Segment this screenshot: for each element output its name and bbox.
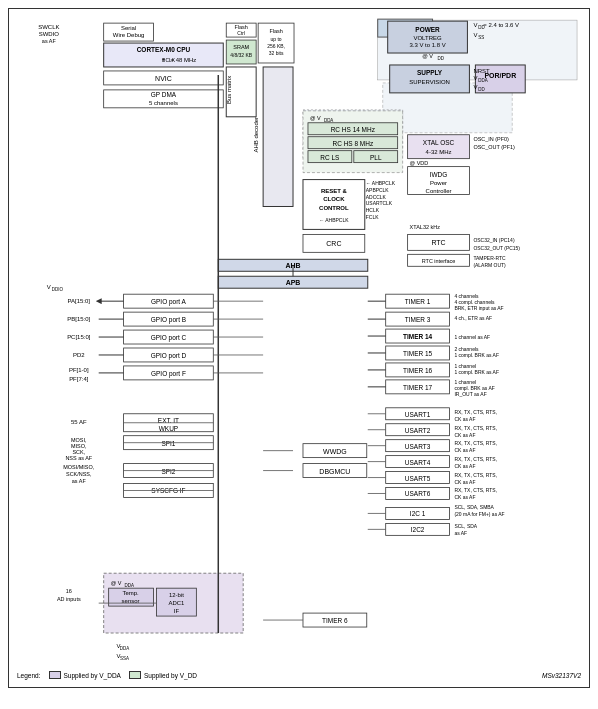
svg-text:MISO,: MISO, <box>71 443 87 449</box>
svg-text:SSA: SSA <box>120 656 129 661</box>
svg-text:MOSI,: MOSI, <box>71 437 87 443</box>
svg-rect-141 <box>386 424 450 436</box>
svg-text:Wire Debug: Wire Debug <box>113 32 145 38</box>
svg-text:PC[15:0]: PC[15:0] <box>67 334 91 340</box>
svg-text:I2C2: I2C2 <box>411 526 425 533</box>
svg-text:RX, TX, CTS, RTS,: RX, TX, CTS, RTS, <box>454 488 497 494</box>
svg-text:DDA: DDA <box>125 583 134 588</box>
svg-rect-28 <box>226 40 256 64</box>
svg-text:V: V <box>473 32 477 38</box>
svg-text:compl. BRK as AF: compl. BRK as AF <box>454 385 494 391</box>
svg-text:HCLK: HCLK <box>162 57 176 63</box>
svg-text:SWDIO: SWDIO <box>39 31 60 37</box>
svg-text:BRK, ETR input as AF: BRK, ETR input as AF <box>454 305 503 311</box>
svg-text:PF[7:4]: PF[7:4] <box>69 376 89 382</box>
svg-text:OSC_OUT (PF1): OSC_OUT (PF1) <box>473 144 515 150</box>
svg-rect-103 <box>124 330 214 344</box>
svg-rect-9 <box>104 23 154 41</box>
diagram-area: CORTEX-M0 CPU f HCLK = 48 MHz Serial Wir… <box>8 8 590 688</box>
legend-vdda: Supplied by V_DDA <box>49 671 121 679</box>
svg-rect-2 <box>378 19 433 37</box>
svg-text:as AF: as AF <box>454 530 467 536</box>
legend-vdd: Supplied by V_DD <box>129 671 197 679</box>
svg-text:TIMER 14: TIMER 14 <box>403 333 433 340</box>
svg-text:GPIO port C: GPIO port C <box>151 334 187 342</box>
svg-rect-173 <box>303 464 367 478</box>
svg-rect-70 <box>308 123 398 135</box>
svg-text:RX, TX, CTS, RTS,: RX, TX, CTS, RTS, <box>454 440 497 446</box>
svg-text:NRST: NRST <box>473 68 490 74</box>
svg-text:OSC_IN (PF0): OSC_IN (PF0) <box>473 136 509 142</box>
svg-text:SPI2: SPI2 <box>161 468 175 475</box>
svg-text:V: V <box>117 653 121 659</box>
svg-text:USART2: USART2 <box>405 427 431 434</box>
svg-rect-44 <box>218 276 367 288</box>
svg-text:1 channel: 1 channel <box>454 363 476 369</box>
svg-text:DDA: DDA <box>120 646 129 651</box>
svg-rect-198 <box>156 588 196 616</box>
svg-text:RC HS 8 MHz: RC HS 8 MHz <box>333 140 374 147</box>
svg-text:SYSCFG IF: SYSCFG IF <box>151 487 185 494</box>
svg-text:SCK,: SCK, <box>72 449 85 455</box>
svg-text:RC HS 14 MHz: RC HS 14 MHz <box>331 126 375 133</box>
version-number: MSv32137V2 <box>542 672 581 679</box>
svg-rect-195 <box>109 588 154 606</box>
legend-vdda-box <box>49 671 61 679</box>
svg-text:Ctrl: Ctrl <box>237 30 245 36</box>
svg-text:V: V <box>117 643 121 649</box>
svg-text:NSS as AF: NSS as AF <box>65 455 92 461</box>
svg-rect-128 <box>386 363 450 377</box>
svg-text:DBGMCU: DBGMCU <box>319 468 350 475</box>
svg-text:APB: APB <box>286 279 301 286</box>
svg-text:TIMER 3: TIMER 3 <box>405 316 431 323</box>
svg-rect-161 <box>386 507 450 519</box>
svg-text:RTC: RTC <box>431 239 445 246</box>
svg-text:TIMER 17: TIMER 17 <box>403 384 433 391</box>
svg-rect-15 <box>104 71 224 85</box>
svg-text:@ VDD: @ VDD <box>410 160 429 166</box>
svg-text:GPIO port F: GPIO port F <box>151 370 186 378</box>
svg-text:Bus matrix: Bus matrix <box>226 76 232 104</box>
svg-text:USART5: USART5 <box>405 475 431 482</box>
svg-text:Temp.: Temp. <box>122 590 139 596</box>
svg-text:GPIO port B: GPIO port B <box>151 316 186 324</box>
svg-text:1 compl. BRK as AF: 1 compl. BRK as AF <box>454 352 498 358</box>
svg-text:CK as AF: CK as AF <box>454 494 475 500</box>
svg-text:DD: DD <box>478 87 485 92</box>
svg-text:PF[1-0]: PF[1-0] <box>69 367 89 373</box>
svg-text:DDIO: DDIO <box>52 287 64 292</box>
svg-text:CORTEX-M0 CPU: CORTEX-M0 CPU <box>137 46 191 53</box>
legend: Legend: Supplied by V_DDA Supplied by V_… <box>17 671 197 679</box>
svg-text:ADCCLK: ADCCLK <box>366 194 387 200</box>
svg-text:IF: IF <box>174 608 180 614</box>
svg-text:RESET &: RESET & <box>321 188 348 194</box>
svg-text:Flash: Flash <box>269 28 282 34</box>
svg-text:as AF: as AF <box>42 38 57 44</box>
svg-rect-20 <box>226 23 256 37</box>
svg-text:4 channels: 4 channels <box>454 293 479 299</box>
svg-text:RX, TX, CTS, RTS,: RX, TX, CTS, RTS, <box>454 472 497 478</box>
svg-text:USART4: USART4 <box>405 459 431 466</box>
svg-text:16: 16 <box>66 588 72 594</box>
svg-rect-171 <box>303 444 367 458</box>
svg-text:SUPPLY: SUPPLY <box>417 69 443 76</box>
svg-text:I2C 1: I2C 1 <box>410 510 426 517</box>
svg-text:V: V <box>473 22 477 28</box>
svg-text:(20 mA for FM+) as AF: (20 mA for FM+) as AF <box>454 511 504 517</box>
svg-rect-78 <box>408 135 470 159</box>
svg-text:NVIC: NVIC <box>155 75 172 82</box>
svg-rect-17 <box>104 90 224 108</box>
svg-rect-42 <box>218 259 367 271</box>
svg-text:ADC1: ADC1 <box>168 600 185 606</box>
svg-text:TAMPER-RTC: TAMPER-RTC <box>473 255 506 261</box>
svg-text:RTC interface: RTC interface <box>422 258 456 264</box>
svg-text:CLOCK: CLOCK <box>323 197 345 203</box>
svg-rect-40 <box>303 234 365 252</box>
svg-text:V: V <box>473 84 477 90</box>
svg-rect-149 <box>386 456 450 468</box>
svg-text:up to: up to <box>271 36 282 42</box>
svg-text:256 KB,: 256 KB, <box>267 43 285 49</box>
svg-text:CK as AF: CK as AF <box>454 432 475 438</box>
svg-rect-91 <box>408 254 470 266</box>
svg-text:V: V <box>47 284 51 290</box>
